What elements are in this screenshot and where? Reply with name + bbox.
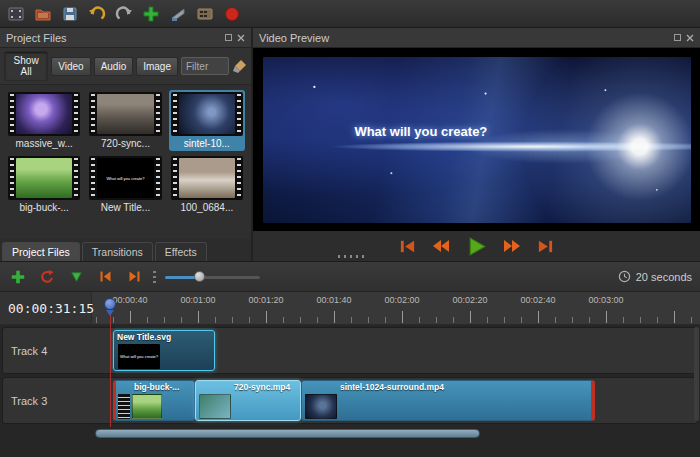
clip-filmstrip bbox=[118, 394, 130, 419]
clip-thumbnail bbox=[199, 394, 231, 419]
track-4[interactable]: Track 4 New Title.svg What will you crea… bbox=[2, 327, 698, 374]
jump-to-start-button[interactable] bbox=[399, 238, 416, 255]
file-item-big-buck[interactable]: big-buck-... bbox=[6, 154, 82, 215]
clear-filter-button[interactable] bbox=[232, 57, 247, 75]
file-item-massive[interactable]: massive_w... bbox=[6, 90, 82, 151]
file-filter-row: Show All Video Audio Image bbox=[0, 48, 251, 85]
save-project-button[interactable] bbox=[59, 3, 81, 25]
video-preview-header: Video Preview bbox=[253, 28, 700, 48]
fast-forward-button[interactable] bbox=[503, 237, 521, 255]
arrow-tool-button[interactable] bbox=[66, 267, 86, 287]
timeline-toolbar: 20 seconds bbox=[0, 262, 700, 292]
rewind-button[interactable] bbox=[432, 237, 450, 255]
playback-controls bbox=[253, 231, 700, 261]
ruler-label: 00:01:00 bbox=[180, 295, 215, 305]
tab-effects[interactable]: Effects bbox=[155, 242, 207, 261]
upper-panels: Project Files Show All Video Audio Image… bbox=[0, 28, 700, 262]
brush-icon bbox=[232, 59, 247, 74]
clip-720-sync[interactable]: 720-sync.mp4 bbox=[195, 380, 301, 421]
tab-transitions[interactable]: Transitions bbox=[82, 242, 153, 261]
video-preview-panel: Video Preview What will you create? bbox=[253, 28, 700, 261]
clip-new-title[interactable]: New Title.svg What will you create? bbox=[113, 330, 215, 371]
zoom-slider-thumb[interactable] bbox=[194, 271, 205, 282]
import-files-button[interactable] bbox=[140, 3, 162, 25]
file-label: massive_w... bbox=[8, 138, 80, 149]
file-item-100-0684[interactable]: 100_0684... bbox=[169, 154, 245, 215]
timeline-scroll-area bbox=[0, 427, 700, 443]
filter-audio-button[interactable]: Audio bbox=[94, 57, 134, 76]
title-thumb-caption: What will you create? bbox=[106, 176, 144, 181]
timeline-ruler[interactable]: 00:00:40 00:01:00 00:01:20 00:01:40 00:0… bbox=[92, 292, 700, 324]
ruler-label: 00:01:40 bbox=[316, 295, 351, 305]
file-label: sintel-10... bbox=[171, 138, 243, 149]
next-marker-button[interactable] bbox=[124, 267, 144, 287]
new-project-button[interactable] bbox=[5, 3, 27, 25]
clip-big-buck[interactable]: big-buck-... bbox=[113, 380, 195, 421]
open-project-button[interactable] bbox=[32, 3, 54, 25]
clip-sintel[interactable]: sintel-1024-surround.mp4 bbox=[301, 380, 595, 421]
file-item-new-title[interactable]: What will you create? New Title... bbox=[87, 154, 163, 215]
left-panel-tabs: Project Files Transitions Effects bbox=[0, 239, 251, 261]
tab-project-files[interactable]: Project Files bbox=[2, 242, 80, 261]
main-toolbar bbox=[0, 0, 700, 28]
jump-to-start-icon bbox=[399, 238, 416, 255]
jump-to-end-button[interactable] bbox=[537, 238, 554, 255]
filter-image-button[interactable]: Image bbox=[136, 57, 178, 76]
zoom-slider[interactable] bbox=[165, 270, 260, 284]
track-name: Track 3 bbox=[11, 395, 47, 407]
clock-icon bbox=[618, 270, 631, 283]
filter-video-button[interactable]: Video bbox=[51, 57, 90, 76]
file-item-720-sync[interactable]: 720-sync... bbox=[87, 90, 163, 151]
previous-marker-icon bbox=[98, 269, 113, 284]
close-panel-icon[interactable] bbox=[237, 34, 245, 42]
export-video-button[interactable] bbox=[221, 3, 243, 25]
clip-label: New Title.svg bbox=[114, 331, 214, 343]
file-thumbnail: What will you create? bbox=[89, 156, 161, 200]
snapping-button[interactable] bbox=[37, 267, 57, 287]
timeline: 20 seconds 00:00:31:15 00:00:40 00:01:00… bbox=[0, 262, 700, 443]
choose-profile-icon bbox=[196, 5, 214, 23]
redo-button[interactable] bbox=[113, 3, 135, 25]
previous-marker-button[interactable] bbox=[95, 267, 115, 287]
time-scale: 20 seconds bbox=[618, 270, 692, 283]
undock-panel-icon[interactable] bbox=[225, 34, 232, 41]
clip-label: big-buck-... bbox=[116, 381, 194, 393]
track-3[interactable]: Track 3 big-buck-... 720-sync.mp4 sintel… bbox=[2, 377, 698, 424]
close-panel-icon[interactable] bbox=[686, 34, 694, 42]
ruler-label: 00:02:20 bbox=[452, 295, 487, 305]
snapping-icon bbox=[39, 269, 55, 285]
undo-button[interactable] bbox=[86, 3, 108, 25]
ruler-label: 00:03:00 bbox=[588, 295, 623, 305]
splitter-handle[interactable] bbox=[338, 255, 364, 258]
choose-profile-button[interactable] bbox=[194, 3, 216, 25]
import-files-icon bbox=[142, 5, 160, 23]
timeline-horizontal-scrollbar[interactable] bbox=[95, 429, 480, 438]
file-item-sintel[interactable]: sintel-10... bbox=[169, 90, 245, 151]
undock-panel-icon[interactable] bbox=[674, 34, 681, 41]
next-marker-icon bbox=[127, 269, 142, 284]
video-caption: What will you create? bbox=[354, 124, 487, 139]
project-files-header: Project Files bbox=[0, 28, 251, 48]
filter-input[interactable] bbox=[181, 57, 229, 75]
panel-header-icons bbox=[225, 34, 245, 42]
play-button[interactable] bbox=[466, 236, 487, 257]
export-video-icon bbox=[223, 5, 241, 23]
tracks-vertical-scrollbar[interactable] bbox=[694, 327, 699, 421]
filter-show-all-button[interactable]: Show All bbox=[4, 51, 48, 81]
razor-button[interactable] bbox=[167, 3, 189, 25]
jump-to-end-icon bbox=[537, 238, 554, 255]
razor-icon bbox=[169, 5, 187, 23]
file-label: 100_0684... bbox=[171, 202, 243, 213]
clip-thumbnail bbox=[305, 394, 337, 419]
panel-header-icons bbox=[674, 34, 694, 42]
ruler-label: 00:02:00 bbox=[384, 295, 419, 305]
add-track-button[interactable] bbox=[8, 267, 28, 287]
ruler-label: 00:00:40 bbox=[112, 295, 147, 305]
video-preview-title: Video Preview bbox=[259, 32, 329, 44]
file-label: New Title... bbox=[89, 202, 161, 213]
toolbar-separator bbox=[153, 271, 156, 283]
arrow-tool-icon bbox=[69, 269, 84, 284]
open-project-icon bbox=[34, 5, 52, 23]
add-track-icon bbox=[10, 269, 26, 285]
ruler-major-ticks bbox=[92, 311, 700, 323]
